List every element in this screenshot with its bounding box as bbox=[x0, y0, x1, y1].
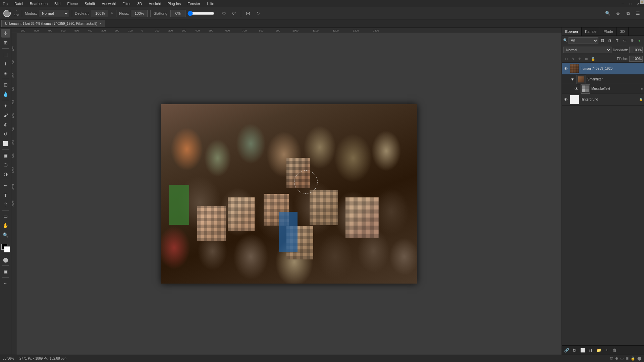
menu-ebene[interactable]: Ebene bbox=[66, 1, 79, 6]
layer-filter-toggle[interactable]: ● bbox=[636, 37, 643, 44]
restore-button[interactable]: □ bbox=[628, 2, 634, 6]
add-layer-icon[interactable]: + bbox=[603, 347, 610, 354]
lasso-tool[interactable]: ⌇ bbox=[1, 59, 10, 68]
path-tool[interactable]: ⇧ bbox=[1, 200, 10, 209]
lock-position-icon[interactable]: ✛ bbox=[577, 56, 583, 62]
dodge-tool[interactable]: ◑ bbox=[1, 170, 10, 178]
symmetry-icon[interactable]: ⋈ bbox=[244, 9, 252, 17]
sublayer-mosaic[interactable]: 👁 Mosaikeffekt ≡ bbox=[562, 84, 644, 94]
extra-tool-1[interactable]: ⋯ bbox=[1, 279, 10, 288]
main-area: ✛ ⊞ ⬚ ⌇ ◈ ⊡ 💧 ✦ 🖌 ⊕ ↺ ⬜ ▣ ◌ ◑ ✒ T ⇧ ▭ ✋ … bbox=[0, 27, 644, 355]
menu-hilfe[interactable]: Hilfe bbox=[206, 1, 216, 6]
menu-ansicht[interactable]: Ansicht bbox=[148, 1, 162, 6]
minimize-button[interactable]: ─ bbox=[620, 2, 626, 6]
layer-thumb-main bbox=[570, 64, 579, 73]
tool-sep-8 bbox=[2, 254, 9, 254]
text-tool[interactable]: T bbox=[1, 191, 10, 199]
deckraft-icon[interactable]: ✎ bbox=[110, 11, 113, 15]
glaettung-slider[interactable] bbox=[187, 11, 214, 16]
layer-text-icon[interactable]: T bbox=[614, 37, 621, 44]
add-mask-icon[interactable]: ⬜ bbox=[579, 347, 586, 354]
settings-icon[interactable]: ⚙ bbox=[220, 9, 228, 17]
opacity-input[interactable] bbox=[629, 47, 643, 53]
menu-datei[interactable]: Datei bbox=[13, 1, 24, 6]
deckraft-input[interactable] bbox=[92, 10, 108, 17]
lock-all-icon[interactable]: 🔒 bbox=[590, 56, 596, 62]
brush-size-indicator bbox=[2, 8, 12, 18]
move-tool[interactable]: ✛ bbox=[1, 29, 10, 38]
search-icon[interactable]: 🔍 bbox=[604, 9, 612, 17]
tab-ebenen[interactable]: Ebenen bbox=[562, 27, 582, 36]
blur-tool[interactable]: ◌ bbox=[1, 160, 10, 169]
menu-3d[interactable]: 3D bbox=[136, 1, 143, 6]
sublayer-smartfilter-visibility[interactable]: 👁 bbox=[570, 77, 575, 82]
delete-layer-icon[interactable]: 🗑 bbox=[611, 347, 618, 354]
fluss-input[interactable] bbox=[131, 10, 148, 17]
color-boxes[interactable] bbox=[1, 244, 10, 252]
layer-smart-icon[interactable]: ⊕ bbox=[629, 37, 635, 44]
quick-mask-tool[interactable]: ⬤ bbox=[1, 255, 10, 264]
canvas-image bbox=[161, 104, 417, 284]
screen-mode-tool[interactable]: ▣ bbox=[1, 267, 10, 276]
layer-shape-icon[interactable]: ▭ bbox=[621, 37, 628, 44]
marquee-tool[interactable]: ⬚ bbox=[1, 50, 10, 59]
add-adjustment-icon[interactable]: ◑ bbox=[587, 347, 594, 354]
add-group-icon[interactable]: 📁 bbox=[595, 347, 602, 354]
zoom-tool[interactable]: 🔍 bbox=[1, 231, 10, 239]
menu-fenster[interactable]: Fenster bbox=[186, 1, 201, 6]
spot-heal-tool[interactable]: ✦ bbox=[1, 102, 10, 110]
layers-panel: 🔍 Art 🖼 ◑ T ▭ ⊕ ● Normal Deckkraft: bbox=[562, 36, 644, 355]
add-style-icon[interactable]: fx bbox=[571, 347, 578, 354]
more-icon[interactable]: ☰ bbox=[634, 9, 642, 17]
glaettung-input[interactable] bbox=[170, 10, 185, 17]
sublayer-mosaic-visibility[interactable]: 👁 bbox=[574, 86, 579, 92]
object-tool[interactable]: ◈ bbox=[1, 69, 10, 77]
history-brush[interactable]: ↺ bbox=[1, 130, 10, 138]
menu-filter[interactable]: Filter bbox=[121, 1, 132, 6]
brush-tool[interactable]: 🖌 bbox=[1, 111, 10, 120]
gradient-tool[interactable]: ▣ bbox=[1, 151, 10, 160]
zoom-icon[interactable]: ⊕ bbox=[614, 9, 622, 17]
layer-item-main[interactable]: 👁 human-740259_1920 🔒 bbox=[562, 63, 644, 75]
tab-pfade[interactable]: Pfade bbox=[600, 27, 617, 36]
layer-visibility-hintergrund[interactable]: 👁 bbox=[563, 97, 569, 102]
lock-artboard-icon[interactable]: ⊞ bbox=[583, 56, 589, 62]
pen-tool[interactable]: ✒ bbox=[1, 181, 10, 190]
modus-select[interactable]: Normal bbox=[39, 10, 69, 17]
eraser-tool[interactable]: ⬜ bbox=[1, 139, 10, 148]
link-layers-icon[interactable]: 🔗 bbox=[563, 347, 570, 354]
green-jacket-element bbox=[169, 185, 189, 225]
status-bar: 36,36% 2771 Px x 1869 Px (182.88 ppi) ◱ … bbox=[0, 355, 644, 362]
eyedropper-tool[interactable]: 💧 bbox=[1, 90, 10, 99]
layer-kind-icon[interactable]: 🖼 bbox=[599, 37, 606, 44]
clone-tool[interactable]: ⊕ bbox=[1, 120, 10, 129]
layer-visibility-main[interactable]: 👁 bbox=[563, 66, 569, 71]
tab-3d[interactable]: 3D bbox=[617, 27, 629, 36]
menu-bearbeiten[interactable]: Bearbeiten bbox=[29, 1, 49, 6]
angle-icon[interactable]: 0° bbox=[230, 9, 238, 17]
artboard-tool[interactable]: ⊞ bbox=[1, 38, 10, 47]
lock-paint-icon[interactable]: ✎ bbox=[570, 56, 576, 62]
sublayer-smartfilter[interactable]: 👁 Smartfilter bbox=[562, 75, 644, 84]
tab-kanaele[interactable]: Kanäle bbox=[582, 27, 600, 36]
lock-transparent-icon[interactable]: ⊡ bbox=[563, 56, 569, 62]
tab-close-button[interactable]: × bbox=[99, 22, 101, 25]
layer-filter-select[interactable]: Art bbox=[569, 37, 598, 44]
brush-rotation-icon[interactable]: ↻ bbox=[254, 9, 262, 17]
hand-tool[interactable]: ✋ bbox=[1, 221, 10, 230]
layer-adjust-icon[interactable]: ◑ bbox=[606, 37, 613, 44]
document-tab[interactable]: Unbenannt-1 bei 36,4% (human-740259_1920… bbox=[1, 20, 105, 27]
rect-shape-tool[interactable]: ▭ bbox=[1, 212, 10, 221]
background-color[interactable] bbox=[4, 246, 10, 252]
menu-bild[interactable]: Bild bbox=[53, 1, 62, 6]
canvas-with-ruler: 100 200 300 400 500 600 700 800 900 1000… bbox=[11, 33, 561, 355]
menu-auswahl[interactable]: Auswahl bbox=[100, 1, 117, 6]
crop-tool[interactable]: ⊡ bbox=[1, 80, 10, 89]
fill-input[interactable] bbox=[629, 56, 643, 62]
blend-mode-select[interactable]: Normal bbox=[563, 47, 611, 53]
menu-plugins[interactable]: Plug-ins bbox=[166, 1, 182, 6]
arrange-icon[interactable]: ⧉ bbox=[624, 9, 632, 17]
layer-item-hintergrund[interactable]: 👁 Hintergrund 🔒 bbox=[562, 94, 644, 106]
tool-sep-7 bbox=[2, 241, 9, 241]
menu-schrift[interactable]: Schrift bbox=[83, 1, 96, 6]
